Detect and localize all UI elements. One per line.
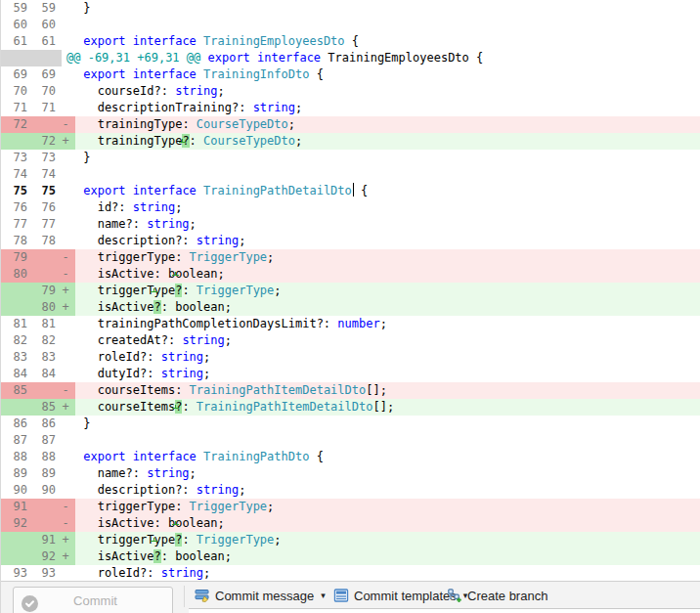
line-number-new: 74 bbox=[27, 166, 56, 183]
code-line[interactable]: triggerType: TriggerType; bbox=[75, 499, 700, 515]
diff-row[interactable]: 9393 roleId?: string; bbox=[1, 565, 700, 581]
code-line[interactable]: isActive?: boolean; bbox=[75, 548, 700, 565]
diff-viewer[interactable]: 5959 }60606161 export interface Training… bbox=[1, 0, 700, 581]
diff-row[interactable]: 7777 name?: string; bbox=[1, 216, 700, 233]
line-number-old: 90 bbox=[1, 482, 27, 499]
line-number-old: 89 bbox=[1, 465, 27, 482]
diff-marker bbox=[56, 0, 75, 17]
code-line[interactable]: id?: string; bbox=[75, 199, 700, 216]
line-number-gutter: 85+ bbox=[1, 399, 75, 416]
code-line[interactable]: roleId?: string; bbox=[75, 349, 700, 366]
diff-row[interactable]: 72- trainingType: CourseTypeDto; bbox=[1, 116, 700, 133]
diff-row[interactable]: 7171 descriptionTraining?: string; bbox=[1, 100, 700, 116]
code-line[interactable]: isActive: boolean; bbox=[75, 515, 700, 532]
code-token: TrainingPathItemDetailDto bbox=[197, 400, 373, 414]
code-line[interactable]: trainingType: CourseTypeDto; bbox=[75, 116, 700, 133]
diff-row[interactable]: 8888 export interface TrainingPathDto { bbox=[1, 449, 700, 465]
line-number-gutter: 91+ bbox=[1, 532, 75, 548]
code-token bbox=[197, 184, 203, 197]
code-token: string bbox=[133, 200, 175, 214]
code-line[interactable]: name?: string; bbox=[75, 216, 700, 233]
code-line[interactable]: export interface TrainingEmployeesDto { bbox=[75, 33, 700, 50]
diff-row[interactable]: 7070 courseId?: string; bbox=[1, 83, 700, 100]
code-line[interactable]: description?: string; bbox=[75, 482, 700, 499]
code-line[interactable]: courseId?: string; bbox=[75, 83, 700, 100]
diff-row[interactable]: 6969 export interface TrainingInfoDto { bbox=[1, 66, 700, 83]
commit-message-dropdown[interactable]: Commit message ▾ bbox=[191, 582, 329, 609]
code-line[interactable] bbox=[75, 166, 700, 183]
diff-row[interactable]: 7676 id?: string; bbox=[1, 199, 700, 216]
diff-row[interactable]: 7474 bbox=[1, 166, 700, 183]
diff-row[interactable]: 92- isActive: boolean; bbox=[1, 515, 700, 532]
line-number-old: 81 bbox=[1, 316, 27, 332]
line-number-old: 88 bbox=[1, 449, 27, 465]
code-line[interactable]: triggerType?: TriggerType; bbox=[75, 532, 700, 548]
diff-row[interactable]: 8383 roleId?: string; bbox=[1, 349, 700, 366]
code-line[interactable]: export interface TrainingPathDetailDto { bbox=[75, 183, 700, 199]
create-branch-button[interactable]: Create branch bbox=[443, 582, 551, 609]
diff-row[interactable]: 6161 export interface TrainingEmployeesD… bbox=[1, 33, 700, 50]
diff-row[interactable]: 8787 bbox=[1, 432, 700, 449]
code-line[interactable]: isActive?: boolean; bbox=[75, 299, 700, 316]
code-line[interactable]: export interface TrainingInfoDto { bbox=[75, 66, 700, 83]
code-line[interactable]: name?: string; bbox=[75, 465, 700, 482]
line-number-old: 74 bbox=[1, 166, 27, 183]
diff-row[interactable]: 79+ triggerType?: TriggerType; bbox=[1, 283, 700, 299]
code-line[interactable]: description?: string; bbox=[75, 233, 700, 249]
code-token: isActive bbox=[76, 300, 153, 314]
code-token: export interface bbox=[83, 184, 197, 197]
code-token: triggerType bbox=[76, 533, 175, 547]
code-token: id?: bbox=[76, 200, 133, 214]
commit-message-box-edge[interactable] bbox=[189, 608, 700, 613]
code-token: string bbox=[161, 367, 203, 380]
diff-row[interactable]: 7575 export interface TrainingPathDetail… bbox=[1, 183, 700, 199]
diff-row[interactable]: 85+ courseItems?: TrainingPathItemDetail… bbox=[1, 399, 700, 416]
diff-row[interactable]: 79- triggerType: TriggerType; bbox=[1, 249, 700, 266]
code-line[interactable]: } bbox=[75, 416, 700, 432]
diff-row[interactable]: 85- courseItems: TrainingPathItemDetailD… bbox=[1, 382, 700, 399]
code-line[interactable] bbox=[75, 432, 700, 449]
code-line[interactable]: trainingType?: CourseTypeDto; bbox=[75, 133, 700, 150]
code-line[interactable]: courseItems: TrainingPathItemDetailDto[]… bbox=[75, 382, 700, 399]
diff-row[interactable]: 8686 } bbox=[1, 416, 700, 432]
code-line[interactable]: export interface TrainingPathDto { bbox=[75, 449, 700, 465]
diff-row[interactable]: 5959 } bbox=[1, 0, 700, 17]
code-line[interactable]: courseItems?: TrainingPathItemDetailDto[… bbox=[75, 399, 700, 416]
diff-row[interactable]: 7878 description?: string; bbox=[1, 233, 700, 249]
diff-row[interactable]: 8181 trainingPathCompletionDaysLimit?: n… bbox=[1, 316, 700, 332]
diff-row[interactable]: 80+ isActive?: boolean; bbox=[1, 299, 700, 316]
diff-marker: + bbox=[56, 532, 75, 548]
diff-row[interactable]: 80- isActive: boolean; bbox=[1, 266, 700, 283]
code-line[interactable]: triggerType: TriggerType; bbox=[75, 249, 700, 266]
line-number-new: 79 bbox=[27, 283, 56, 299]
code-token: ; bbox=[203, 367, 210, 380]
diff-row[interactable]: 92+ isActive?: boolean; bbox=[1, 548, 700, 565]
code-line[interactable] bbox=[75, 17, 700, 33]
code-token: isActive bbox=[76, 267, 153, 281]
code-line[interactable]: createdAt?: string; bbox=[75, 332, 700, 349]
line-number-old: 84 bbox=[1, 366, 27, 382]
diff-row[interactable]: 8282 createdAt?: string; bbox=[1, 332, 700, 349]
line-number-new: 93 bbox=[27, 565, 56, 581]
code-line[interactable]: dutyId?: string; bbox=[75, 366, 700, 382]
diff-row[interactable]: 9090 description?: string; bbox=[1, 482, 700, 499]
diff-row[interactable]: 91+ triggerType?: TriggerType; bbox=[1, 532, 700, 548]
code-line[interactable]: isActive: boolean; bbox=[75, 266, 700, 283]
code-line[interactable]: triggerType?: TriggerType; bbox=[75, 283, 700, 299]
code-line[interactable]: roleId?: string; bbox=[75, 565, 700, 581]
diff-marker bbox=[56, 100, 75, 116]
diff-row[interactable]: 7373 } bbox=[1, 150, 700, 166]
diff-row[interactable]: @@ -69,31 +69,31 @@ export interface Tra… bbox=[1, 50, 700, 66]
diff-row[interactable]: 8989 name?: string; bbox=[1, 465, 700, 482]
diff-row[interactable]: 91- triggerType: TriggerType; bbox=[1, 499, 700, 515]
code-line[interactable]: } bbox=[75, 150, 700, 166]
code-line[interactable]: trainingPathCompletionDaysLimit?: number… bbox=[75, 316, 700, 332]
diff-row[interactable]: 72+ trainingType?: CourseTypeDto; bbox=[1, 133, 700, 150]
code-line[interactable]: } bbox=[75, 0, 700, 17]
commit-button[interactable]: Commit bbox=[13, 587, 173, 613]
diff-row[interactable]: 8484 dutyId?: string; bbox=[1, 366, 700, 382]
code-token: : bbox=[182, 400, 196, 414]
code-line[interactable]: @@ -69,31 +69,31 @@ export interface Tra… bbox=[66, 50, 700, 66]
diff-row[interactable]: 6060 bbox=[1, 17, 700, 33]
code-line[interactable]: descriptionTraining?: string; bbox=[75, 100, 700, 116]
